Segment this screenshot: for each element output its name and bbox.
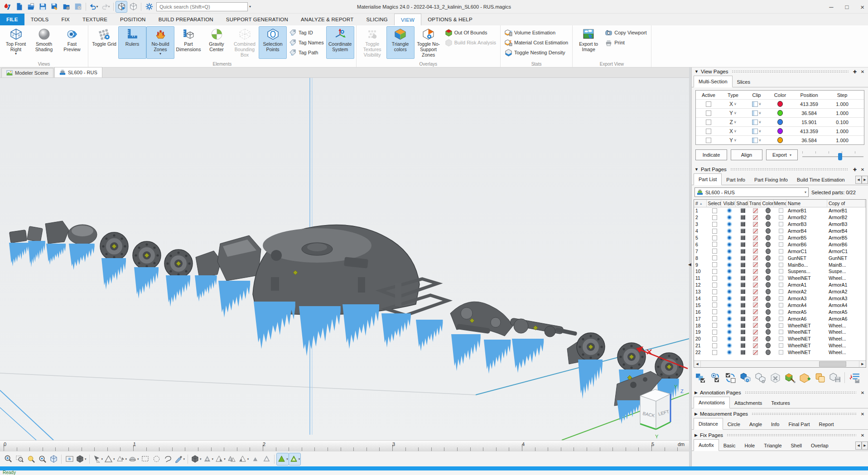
- visible-icon[interactable]: [727, 316, 732, 321]
- visible-icon[interactable]: [727, 255, 732, 261]
- column-header-number[interactable]: #▲: [694, 200, 707, 207]
- transparency-icon[interactable]: [753, 262, 758, 267]
- part-row[interactable]: 5ArmorB5ArmorB5: [694, 235, 866, 241]
- memo-icon[interactable]: [779, 323, 783, 328]
- transparency-icon[interactable]: [753, 323, 758, 328]
- section-position[interactable]: 36.584: [792, 110, 826, 116]
- part-pages-header[interactable]: ▼ Part Pages ✚ ✕: [692, 165, 868, 173]
- active-checkbox[interactable]: [706, 138, 711, 143]
- color-icon[interactable]: [766, 275, 771, 281]
- menu-tab-build-preparation[interactable]: BUILD PREPARATION: [152, 14, 220, 25]
- visible-icon[interactable]: [727, 262, 732, 268]
- select-checkbox[interactable]: [712, 309, 717, 314]
- column-header-color[interactable]: Color: [761, 200, 774, 207]
- shading-icon[interactable]: [741, 350, 745, 355]
- tab-hole[interactable]: Hole: [740, 441, 760, 451]
- part-row[interactable]: 13ArmorA2ArmorA2: [694, 288, 866, 295]
- brush-select-tool[interactable]: ▾: [174, 453, 186, 465]
- shading-icon[interactable]: [741, 276, 745, 280]
- part-row[interactable]: 9MainBo...MainB...: [694, 261, 866, 268]
- ribbon-button-top-front-right[interactable]: FRTop Front Right▾: [2, 26, 30, 59]
- menu-tab-view[interactable]: VIEW: [394, 14, 421, 25]
- color-icon[interactable]: [766, 249, 771, 254]
- active-checkbox[interactable]: [706, 110, 711, 116]
- scene-tab-sl600-rus[interactable]: SL600 - RUS: [54, 67, 102, 77]
- color-icon[interactable]: [766, 262, 771, 268]
- visible-icon[interactable]: [727, 343, 732, 348]
- tab-angle[interactable]: Angle: [745, 419, 767, 429]
- tab-attachments[interactable]: Attachments: [730, 398, 767, 408]
- ribbon-button-toggle-nesting-density[interactable]: Toggle Nesting Density: [503, 48, 569, 57]
- circle-select-tool[interactable]: [151, 453, 162, 465]
- part-row[interactable]: 14ArmorA3ArmorA3: [694, 295, 866, 302]
- clip-icon[interactable]: [752, 129, 758, 134]
- section-step[interactable]: 0.100: [826, 120, 858, 125]
- shading-icon[interactable]: [741, 343, 745, 348]
- ribbon-button-rulers[interactable]: Rulers: [118, 26, 146, 59]
- transparency-icon[interactable]: [753, 249, 758, 254]
- open-file-icon[interactable]: [25, 1, 36, 12]
- section-row[interactable]: Y∨∨36.5841.000: [696, 108, 864, 117]
- color-icon[interactable]: [766, 282, 771, 288]
- select-checkbox[interactable]: [712, 276, 717, 281]
- memo-icon[interactable]: [779, 336, 783, 341]
- tab-part-list[interactable]: Part List: [694, 173, 722, 185]
- mark-triangle-tool[interactable]: ▾: [104, 453, 116, 465]
- menu-tab-texture[interactable]: TEXTURE: [76, 14, 114, 25]
- mark-left-tool[interactable]: ▾: [238, 453, 250, 465]
- tab-final-part[interactable]: Final Part: [784, 419, 814, 429]
- maximize-button[interactable]: □: [845, 4, 849, 10]
- tab-basic[interactable]: Basic: [719, 441, 740, 451]
- transparency-icon[interactable]: [753, 343, 758, 348]
- memo-icon[interactable]: [779, 263, 783, 267]
- transparency-icon[interactable]: [753, 208, 758, 213]
- clip-icon[interactable]: [752, 120, 758, 125]
- shell-select-tool[interactable]: ▾: [190, 453, 202, 465]
- select-checkbox[interactable]: [712, 269, 717, 274]
- select-checkbox[interactable]: [712, 323, 717, 328]
- select-checkbox[interactable]: [712, 215, 717, 220]
- tab-textures[interactable]: Textures: [767, 398, 795, 408]
- collapse-triangle-icon[interactable]: ▼: [694, 69, 699, 74]
- align-button[interactable]: Align: [731, 149, 762, 160]
- shading-icon[interactable]: [741, 208, 745, 213]
- shading-icon[interactable]: [741, 263, 745, 267]
- shade-mode-tool[interactable]: ▾: [75, 453, 87, 465]
- visible-icon[interactable]: [727, 221, 732, 227]
- select-checkbox[interactable]: [712, 289, 717, 294]
- clip-icon[interactable]: [752, 138, 758, 143]
- menu-tab-slicing[interactable]: SLICING: [360, 14, 394, 25]
- part-row[interactable]: 2ArmorB2ArmorB2: [694, 214, 866, 221]
- ribbon-button-tag-names[interactable]: Tag Names: [288, 38, 325, 47]
- shading-icon[interactable]: [741, 229, 745, 233]
- color-icon[interactable]: [766, 323, 771, 328]
- indicate-button[interactable]: Indicate: [695, 149, 727, 160]
- show-all-icon[interactable]: [753, 371, 767, 384]
- mark-right-tool[interactable]: ▾: [214, 453, 226, 465]
- tab-part-info[interactable]: Part Info: [722, 175, 750, 185]
- select-checkbox[interactable]: [712, 229, 717, 234]
- tab-overlap[interactable]: Overlap: [806, 441, 833, 451]
- transparency-icon[interactable]: [753, 235, 758, 240]
- marked-triangles-tool[interactable]: ▾: [277, 453, 289, 465]
- color-icon[interactable]: [766, 302, 771, 308]
- shading-icon[interactable]: [741, 323, 745, 328]
- tab-triangle[interactable]: Triangle: [759, 441, 786, 451]
- memo-icon[interactable]: [779, 350, 783, 355]
- clip-icon[interactable]: [752, 110, 758, 116]
- memo-icon[interactable]: [779, 208, 783, 213]
- shading-icon[interactable]: [741, 235, 745, 240]
- color-icon[interactable]: [766, 296, 771, 301]
- mark-small-tool[interactable]: [250, 453, 260, 465]
- section-row[interactable]: Y∨∨36.5841.000: [696, 135, 864, 144]
- mark-surface-tool[interactable]: ▾: [128, 453, 140, 465]
- visible-icon[interactable]: [727, 269, 732, 274]
- scroll-left-icon[interactable]: ◀: [694, 361, 701, 367]
- column-header-select[interactable]: Select: [707, 200, 721, 207]
- section-step[interactable]: 1.000: [826, 110, 858, 116]
- shading-icon[interactable]: [741, 296, 745, 301]
- zoom-part-tool[interactable]: [37, 453, 48, 465]
- column-header-trans[interactable]: Trans: [748, 200, 761, 207]
- part-row[interactable]: 17ArmorA6ArmorA6: [694, 315, 866, 322]
- view-cube-tool[interactable]: [48, 453, 59, 465]
